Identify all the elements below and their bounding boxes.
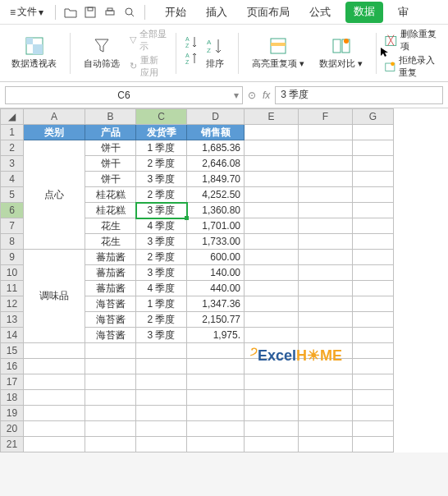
cell[interactable]: 1,701.00 bbox=[187, 218, 245, 234]
cell[interactable] bbox=[85, 374, 136, 390]
cell[interactable] bbox=[24, 374, 85, 390]
cell[interactable] bbox=[136, 421, 187, 437]
cell[interactable] bbox=[353, 250, 394, 265]
cell[interactable] bbox=[299, 359, 353, 374]
row-header[interactable]: 14 bbox=[1, 328, 24, 343]
cell[interactable] bbox=[299, 343, 353, 359]
cell[interactable]: 发货季 bbox=[136, 125, 187, 140]
reject-dup-button[interactable]: 拒绝录入重复 bbox=[385, 54, 441, 79]
cell[interactable] bbox=[353, 390, 394, 406]
cell[interactable] bbox=[136, 437, 187, 452]
cell[interactable] bbox=[24, 406, 85, 421]
row-header[interactable]: 1 bbox=[1, 125, 24, 140]
cell[interactable] bbox=[299, 296, 353, 312]
sort-button[interactable]: AZ 排序 bbox=[200, 34, 230, 71]
row-header[interactable]: 4 bbox=[1, 172, 24, 187]
cell[interactable] bbox=[24, 359, 85, 374]
cell-merged[interactable]: 点心 bbox=[24, 140, 85, 250]
cell[interactable]: 140.00 bbox=[187, 265, 245, 281]
cell[interactable]: 1,975. bbox=[187, 328, 245, 343]
cell[interactable]: 3 季度 bbox=[136, 265, 187, 281]
cell[interactable] bbox=[24, 437, 85, 452]
row-header[interactable]: 16 bbox=[1, 359, 24, 374]
cell[interactable] bbox=[187, 406, 245, 421]
cell[interactable]: 2 季度 bbox=[136, 312, 187, 328]
cell[interactable] bbox=[136, 406, 187, 421]
col-header-C[interactable]: C bbox=[136, 109, 187, 125]
select-all-corner[interactable]: ◢ bbox=[1, 109, 24, 125]
cell[interactable] bbox=[85, 421, 136, 437]
row-header[interactable]: 21 bbox=[1, 437, 24, 452]
cell[interactable] bbox=[245, 234, 299, 250]
cell[interactable]: 蕃茄酱 bbox=[85, 265, 136, 281]
cell[interactable] bbox=[245, 359, 299, 374]
tab-formula[interactable]: 公式 bbox=[304, 2, 336, 23]
col-header-B[interactable]: B bbox=[85, 109, 136, 125]
cell[interactable] bbox=[245, 296, 299, 312]
cell[interactable] bbox=[299, 125, 353, 140]
cell[interactable] bbox=[245, 125, 299, 140]
cell[interactable]: 2 季度 bbox=[136, 250, 187, 265]
cell[interactable] bbox=[299, 390, 353, 406]
cell[interactable] bbox=[353, 234, 394, 250]
cell[interactable] bbox=[245, 390, 299, 406]
cell[interactable]: 1,347.36 bbox=[187, 296, 245, 312]
cell[interactable] bbox=[299, 328, 353, 343]
cell[interactable] bbox=[245, 187, 299, 203]
cell[interactable] bbox=[245, 406, 299, 421]
cell[interactable] bbox=[353, 359, 394, 374]
reapply[interactable]: ↻重新应用 bbox=[130, 54, 167, 79]
cell[interactable] bbox=[299, 203, 353, 218]
cell[interactable] bbox=[353, 265, 394, 281]
cell[interactable] bbox=[353, 437, 394, 452]
cell[interactable] bbox=[245, 343, 299, 359]
row-header[interactable]: 19 bbox=[1, 406, 24, 421]
cell[interactable]: 桂花糕 bbox=[85, 187, 136, 203]
col-header-A[interactable]: A bbox=[24, 109, 85, 125]
cell[interactable] bbox=[24, 390, 85, 406]
cell[interactable]: 饼干 bbox=[85, 140, 136, 156]
grid[interactable]: ◢ A B C D E F G 1 类别 产品 发货季 销售额 2 点心 饼干 … bbox=[0, 108, 394, 452]
cell[interactable]: 4 季度 bbox=[136, 281, 187, 296]
cell[interactable]: 1 季度 bbox=[136, 296, 187, 312]
cell[interactable] bbox=[299, 156, 353, 172]
cell[interactable]: 产品 bbox=[85, 125, 136, 140]
cell[interactable] bbox=[136, 374, 187, 390]
cell[interactable]: 花生 bbox=[85, 218, 136, 234]
cell[interactable] bbox=[245, 156, 299, 172]
sort-desc[interactable]: AZ bbox=[184, 51, 199, 66]
cell[interactable]: 3 季度 bbox=[136, 328, 187, 343]
remove-dup-button[interactable]: 删除重复项 bbox=[385, 28, 441, 53]
cell[interactable] bbox=[353, 406, 394, 421]
row-header[interactable]: 9 bbox=[1, 250, 24, 265]
cell[interactable]: 蕃茄酱 bbox=[85, 281, 136, 296]
file-menu[interactable]: ≡ 文件 ▾ bbox=[5, 3, 48, 21]
cell[interactable] bbox=[299, 172, 353, 187]
cell[interactable] bbox=[299, 421, 353, 437]
tab-review[interactable]: 审 bbox=[393, 2, 414, 23]
row-header[interactable]: 7 bbox=[1, 218, 24, 234]
print-icon[interactable] bbox=[102, 4, 118, 21]
row-header[interactable]: 2 bbox=[1, 140, 24, 156]
cell[interactable] bbox=[85, 390, 136, 406]
cell[interactable] bbox=[245, 328, 299, 343]
cell[interactable] bbox=[299, 281, 353, 296]
cell-merged[interactable]: 调味品 bbox=[24, 250, 85, 343]
row-header[interactable]: 17 bbox=[1, 374, 24, 390]
cell[interactable] bbox=[353, 218, 394, 234]
cell[interactable]: 海苔酱 bbox=[85, 296, 136, 312]
cell[interactable]: 饼干 bbox=[85, 172, 136, 187]
cell[interactable]: 销售额 bbox=[187, 125, 245, 140]
cell[interactable] bbox=[353, 343, 394, 359]
cell[interactable] bbox=[187, 374, 245, 390]
cell[interactable] bbox=[85, 437, 136, 452]
cell[interactable] bbox=[299, 406, 353, 421]
cell[interactable] bbox=[299, 187, 353, 203]
preview-icon[interactable] bbox=[121, 4, 138, 21]
cell[interactable]: 饼干 bbox=[85, 156, 136, 172]
cell[interactable]: 3 季度 bbox=[136, 172, 187, 187]
row-header[interactable]: 18 bbox=[1, 390, 24, 406]
cell[interactable] bbox=[245, 140, 299, 156]
cell[interactable]: 2 季度 bbox=[136, 187, 187, 203]
row-header[interactable]: 13 bbox=[1, 312, 24, 328]
